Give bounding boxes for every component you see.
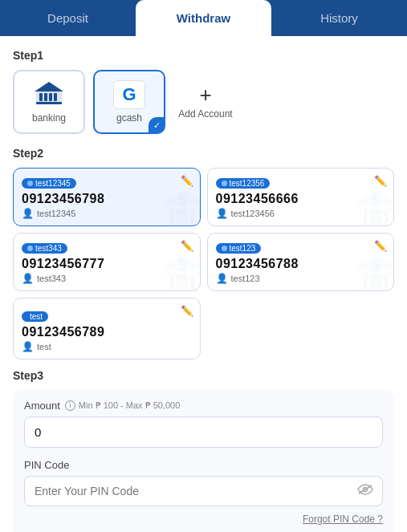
account-card-2[interactable]: test343 09123456777 👤 test343 ✏️ 🏦 bbox=[13, 233, 201, 291]
pin-input-wrap bbox=[24, 476, 383, 506]
account-number-2: 09123456777 bbox=[22, 257, 192, 271]
tag-dot-3 bbox=[222, 246, 227, 251]
account-name-row-4: 👤 test bbox=[22, 341, 192, 352]
add-account-label: Add Account bbox=[178, 108, 232, 120]
account-name-1: test123456 bbox=[231, 209, 275, 218]
account-number-1: 09123456666 bbox=[216, 192, 386, 206]
account-name-3: test123 bbox=[231, 274, 260, 283]
step1-label: Step1 bbox=[13, 49, 394, 62]
gcash-label: gcash bbox=[116, 112, 142, 124]
main-content: Step1 banking G gcas bbox=[0, 36, 407, 532]
account-name-row-1: 👤 test123456 bbox=[216, 208, 386, 219]
forgot-pin-link[interactable]: Forgot PIN Code ? bbox=[303, 514, 383, 525]
account-type-list: banking G gcash ✓ + Add Account bbox=[13, 70, 394, 134]
account-tag-0: test12345 bbox=[22, 178, 76, 189]
account-card-3[interactable]: test123 09123456788 👤 test123 ✏️ 🏦 bbox=[207, 233, 395, 291]
account-name-row-0: 👤 test12345 bbox=[22, 208, 192, 219]
selected-check: ✓ bbox=[149, 117, 165, 133]
person-icon-2: 👤 bbox=[22, 273, 34, 284]
edit-icon-3[interactable]: ✏️ bbox=[374, 240, 387, 252]
gcash-icon: G bbox=[113, 80, 145, 109]
svg-marker-5 bbox=[35, 82, 63, 91]
account-type-gcash[interactable]: G gcash ✓ bbox=[93, 70, 165, 134]
account-tag-2: test343 bbox=[22, 243, 67, 254]
tab-history[interactable]: History bbox=[271, 0, 407, 36]
account-name-2: test343 bbox=[37, 274, 66, 283]
edit-icon-1[interactable]: ✏️ bbox=[374, 175, 387, 187]
add-account-button[interactable]: + Add Account bbox=[173, 70, 238, 134]
account-number-0: 09123456798 bbox=[22, 192, 192, 206]
account-number-3: 09123456788 bbox=[216, 257, 386, 271]
accounts-grid: test12345 09123456798 👤 test12345 ✏️ 🏦 t… bbox=[13, 168, 394, 291]
tag-dot-0 bbox=[27, 181, 33, 186]
tag-dot-1 bbox=[222, 181, 227, 186]
tab-withdraw[interactable]: Withdraw bbox=[136, 0, 271, 36]
tab-deposit[interactable]: Deposit bbox=[0, 0, 136, 36]
pin-label: PIN Code bbox=[24, 459, 383, 471]
pin-input[interactable] bbox=[24, 476, 383, 506]
account-name-row-2: 👤 test343 bbox=[22, 273, 192, 284]
svg-rect-6 bbox=[36, 102, 62, 104]
amount-label: Amount i Min ₱ 100 - Max ₱ 50,000 bbox=[24, 400, 383, 412]
account-tag-3: test123 bbox=[216, 243, 262, 254]
tab-bar: Deposit Withdraw History bbox=[0, 0, 407, 36]
account-name-0: test12345 bbox=[37, 209, 75, 218]
svg-rect-3 bbox=[49, 93, 52, 101]
banking-label: banking bbox=[32, 112, 66, 124]
account-tag-4: test bbox=[22, 311, 48, 322]
amount-input[interactable] bbox=[24, 416, 383, 448]
edit-icon-4[interactable]: ✏️ bbox=[181, 305, 193, 317]
person-icon-3: 👤 bbox=[216, 273, 228, 284]
plus-icon: + bbox=[199, 84, 211, 105]
info-icon: i bbox=[65, 400, 75, 411]
account-card-4[interactable]: test 09123456789 👤 test ✏️ bbox=[13, 298, 201, 359]
svg-rect-2 bbox=[44, 93, 47, 101]
account-number-4: 09123456789 bbox=[22, 325, 192, 339]
svg-rect-1 bbox=[39, 93, 43, 101]
account-card-1[interactable]: test12356 09123456666 👤 test123456 ✏️ 🏦 bbox=[207, 168, 395, 226]
edit-icon-2[interactable]: ✏️ bbox=[181, 240, 193, 252]
person-icon-1: 👤 bbox=[216, 208, 228, 219]
account-card-0[interactable]: test12345 09123456798 👤 test12345 ✏️ 🏦 bbox=[13, 168, 201, 226]
person-icon-0: 👤 bbox=[22, 208, 34, 219]
forgot-pin-wrap: Forgot PIN Code ? bbox=[24, 511, 383, 526]
tag-dot-2 bbox=[27, 246, 33, 251]
step3-label: Step3 bbox=[13, 369, 394, 382]
person-icon-4: 👤 bbox=[22, 341, 34, 352]
edit-icon-0[interactable]: ✏️ bbox=[181, 175, 193, 187]
account-type-banking[interactable]: banking bbox=[13, 70, 85, 134]
account-name-4: test bbox=[37, 342, 51, 351]
step3-box: Amount i Min ₱ 100 - Max ₱ 50,000 PIN Co… bbox=[13, 390, 394, 533]
amount-hint: Min ₱ 100 - Max ₱ 50,000 bbox=[79, 400, 181, 411]
step2-label: Step2 bbox=[13, 147, 394, 160]
eye-icon[interactable] bbox=[357, 484, 373, 498]
account-tag-1: test12356 bbox=[216, 178, 271, 189]
banking-icon bbox=[33, 80, 65, 109]
svg-rect-4 bbox=[54, 93, 57, 101]
account-name-row-3: 👤 test123 bbox=[216, 273, 386, 284]
